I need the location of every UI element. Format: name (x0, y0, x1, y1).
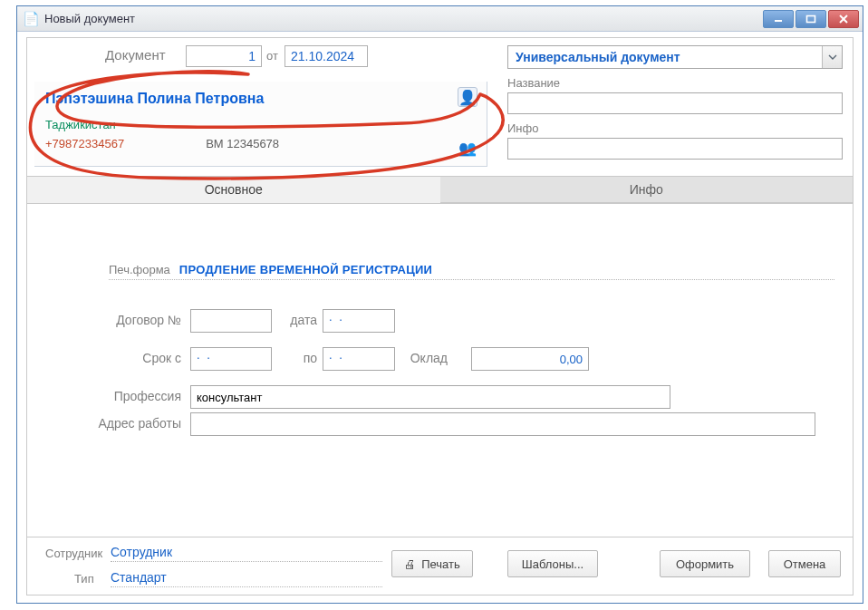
doc-name-input[interactable] (507, 92, 843, 114)
doc-number-input[interactable] (186, 45, 262, 67)
client-area: Документ от Универсальный документ Назва… (17, 32, 863, 603)
term-to-label: по (281, 351, 317, 365)
submit-button[interactable]: Оформить (660, 550, 750, 577)
print-button-label: Печать (421, 557, 460, 571)
person-country: Таджикистан (45, 118, 447, 131)
term-from-label: Срок с (109, 351, 181, 365)
term-to-input[interactable]: . . (323, 347, 395, 371)
doc-name-label: Название (507, 76, 560, 90)
select-person-icon[interactable]: 👤 (458, 87, 477, 107)
profession-input[interactable] (190, 385, 670, 409)
work-address-input[interactable] (190, 412, 815, 436)
minimize-button[interactable] (763, 10, 794, 28)
doc-info-input[interactable] (507, 138, 843, 160)
close-button[interactable] (828, 10, 859, 28)
doc-number-label: Документ (105, 47, 166, 63)
doc-type-value: Универсальный документ (508, 50, 822, 64)
tab-info[interactable]: Инфо (440, 176, 854, 203)
term-from-input[interactable]: . . (190, 347, 272, 371)
title-bar: 📄 Новый документ (17, 6, 863, 32)
doc-date-from-label: от (266, 49, 278, 63)
tab-main-body: Печ.форма ПРОДЛЕНИЕ ВРЕМЕННОЙ РЕГИСТРАЦИ… (27, 203, 853, 535)
person-card: Пэпэтэшина Полина Петровна Таджикистан +… (34, 82, 487, 167)
employee-label: Сотрудник (45, 547, 102, 560)
form-panel: Документ от Универсальный документ Назва… (26, 37, 854, 595)
print-form-row: Печ.форма ПРОДЛЕНИЕ ВРЕМЕННОЙ РЕГИСТРАЦИ… (109, 258, 834, 280)
person-name: Пэпэтэшина Полина Петровна (45, 91, 447, 107)
chevron-down-icon[interactable] (822, 46, 842, 68)
svg-rect-1 (807, 15, 815, 22)
print-form-label: Печ.форма (109, 263, 170, 276)
maximize-button[interactable] (796, 10, 826, 28)
employee-value[interactable]: Сотрудник (111, 545, 382, 562)
salary-input[interactable] (471, 347, 589, 371)
salary-label: Оклад (404, 351, 448, 365)
tab-main[interactable]: Основное (27, 176, 440, 203)
contract-no-label: Договор № (109, 313, 181, 327)
person-phone: +79872334567 (45, 137, 124, 150)
templates-button[interactable]: Шаблоны... (507, 550, 598, 577)
bottom-bar: Сотрудник Сотрудник Тип Стандарт 🖨 Печат… (27, 537, 853, 595)
doc-info-label: Инфо (507, 121, 538, 135)
print-button[interactable]: 🖨 Печать (391, 550, 473, 577)
cancel-button[interactable]: Отмена (768, 550, 841, 577)
contract-no-input[interactable] (190, 309, 272, 333)
window-frame: 📄 Новый документ Документ от (16, 5, 863, 604)
printer-icon: 🖨 (404, 557, 416, 571)
app-icon: 📄 (23, 11, 39, 27)
person-details-icon[interactable]: 👥 (458, 138, 477, 158)
type-label: Тип (74, 572, 94, 586)
person-passport: ВМ 12345678 (206, 137, 279, 150)
contract-date-label: дата (281, 313, 317, 327)
window-title: Новый документ (44, 12, 135, 25)
doc-type-combo[interactable]: Универсальный документ (507, 45, 843, 69)
doc-date-input[interactable] (285, 45, 368, 67)
contract-date-input[interactable]: . . (323, 309, 395, 333)
profession-label: Профессия (82, 389, 181, 403)
work-address-label: Адрес работы (63, 416, 181, 431)
type-value[interactable]: Стандарт (111, 570, 382, 587)
print-form-value[interactable]: ПРОДЛЕНИЕ ВРЕМЕННОЙ РЕГИСТРАЦИИ (179, 263, 432, 276)
tab-bar: Основное Инфо (27, 176, 853, 203)
